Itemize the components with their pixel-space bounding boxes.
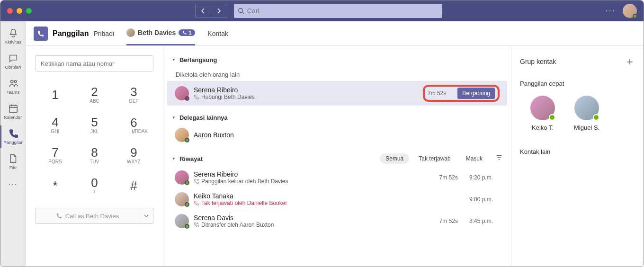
phone-icon: [194, 94, 199, 100]
avatar-icon: [530, 96, 555, 120]
key-2[interactable]: 2ABC: [75, 79, 114, 109]
avatar-icon: [574, 96, 599, 120]
other-contacts-title: Kontak lain: [520, 148, 635, 155]
rail-activity[interactable]: Aktivitas: [0, 25, 26, 47]
section-ongoing[interactable]: ▼ Berlangsung: [167, 53, 507, 66]
filter-button[interactable]: [496, 154, 502, 163]
contact-groups-title: Grup kontak: [520, 58, 556, 65]
search-icon: [238, 8, 244, 14]
key-star[interactable]: *: [36, 170, 75, 200]
phone-icon: [182, 30, 187, 35]
dialpad: 1 2ABC 3DEF 4GHI 5JKL 6MTIDAK 7PQRS 8TUV…: [36, 79, 153, 200]
search-input[interactable]: [247, 7, 438, 15]
avatar-icon: [175, 214, 189, 228]
filter-all[interactable]: Semua: [380, 153, 409, 164]
filter-icon: [496, 154, 502, 161]
phone-icon: [9, 128, 19, 139]
filter-incoming[interactable]: Masuk: [460, 153, 488, 164]
avatar-icon: [126, 28, 135, 37]
rail-chat[interactable]: Obrolan: [0, 50, 26, 72]
key-9[interactable]: 9WXYZ: [114, 140, 153, 170]
tab-beth-davies[interactable]: Beth Davies 1: [126, 21, 195, 45]
tab-personal[interactable]: Pribadi: [93, 23, 114, 44]
svg-rect-3: [9, 106, 17, 113]
app-rail: Aktivitas Obrolan Teams Kalender Panggil…: [0, 21, 26, 267]
search-bar[interactable]: [234, 4, 442, 18]
speed-dial-title: Panggilan cepat: [520, 80, 635, 87]
callout-highlight: 7m 52s Bergabung: [423, 85, 500, 102]
chevron-down-icon: [144, 214, 149, 218]
rail-calls[interactable]: Panggilan: [0, 125, 26, 148]
contacts-panel: Grup kontak ＋ Panggilan cepat Keiko T. M…: [511, 46, 644, 267]
key-5[interactable]: 5JKL: [75, 109, 114, 140]
history-row[interactable]: Serena Ribeiro Panggilan keluar oleh Bet…: [167, 167, 507, 188]
calendar-icon: [8, 103, 18, 114]
filter-missed[interactable]: Tak terjawab: [413, 153, 456, 164]
avatar-icon: [175, 86, 189, 100]
chevron-down-icon: ▼: [172, 58, 176, 62]
call-as-dropdown[interactable]: [139, 208, 153, 224]
delegate-row[interactable]: Aaron Buxton: [167, 124, 507, 146]
speed-dial-contact[interactable]: Keiko T.: [530, 96, 555, 131]
window-controls[interactable]: [7, 8, 32, 14]
svg-point-1: [10, 80, 13, 83]
key-6[interactable]: 6MTIDAK: [114, 109, 153, 140]
chat-icon: [8, 53, 18, 63]
key-0[interactable]: 0+: [75, 170, 114, 200]
join-button[interactable]: Bergabung: [457, 88, 495, 99]
nav-back-button[interactable]: [195, 4, 211, 18]
history-row[interactable]: Serena Davis Ditransfer oleh Aaron Buxto…: [167, 210, 507, 232]
bell-icon: [8, 28, 18, 38]
more-button[interactable]: ···: [606, 7, 616, 15]
missed-call-icon: [194, 200, 199, 206]
calls-app-icon: [34, 27, 48, 41]
avatar-icon: [175, 128, 189, 142]
rail-files[interactable]: File: [0, 151, 26, 173]
key-4[interactable]: 4GHI: [36, 109, 75, 140]
file-icon: [8, 153, 18, 164]
chevron-down-icon: ▼: [172, 116, 176, 120]
avatar-icon: [175, 170, 189, 185]
svg-point-2: [14, 80, 17, 83]
page-title: Panggilan: [53, 29, 89, 38]
nav-forward-button[interactable]: [211, 4, 227, 18]
section-delegates[interactable]: ▼ Delegasi lainnya: [167, 111, 507, 124]
rail-more[interactable]: ···: [0, 178, 26, 192]
chevron-down-icon: ▼: [172, 157, 176, 161]
phone-icon: [56, 213, 63, 219]
avatar-icon: [175, 192, 189, 206]
teams-icon: [8, 78, 18, 89]
outgoing-call-icon: [194, 178, 199, 184]
managed-by-label: Dikelola oleh orang lain: [167, 66, 507, 81]
call-count-badge: 1: [179, 29, 195, 36]
rail-calendar[interactable]: Kalender: [0, 100, 26, 123]
key-8[interactable]: 8TUV: [75, 140, 114, 170]
dialpad-panel: 1 2ABC 3DEF 4GHI 5JKL 6MTIDAK 7PQRS 8TUV…: [26, 46, 163, 267]
calls-header: Panggilan Pribadi Beth Davies 1 Kontak: [26, 21, 644, 46]
profile-avatar[interactable]: [623, 4, 637, 18]
add-group-button[interactable]: ＋: [625, 54, 635, 69]
section-history[interactable]: ▼ Riwayat: [172, 155, 376, 162]
call-as-button[interactable]: Call as Beth Davies: [36, 208, 139, 224]
key-1[interactable]: 1: [36, 79, 75, 109]
key-3[interactable]: 3DEF: [114, 79, 153, 109]
rail-teams[interactable]: Teams: [0, 75, 26, 98]
tab-contacts[interactable]: Kontak: [207, 23, 228, 44]
ongoing-call-row[interactable]: Serena Ribeiro Hubungi Beth Davies 7m 52…: [167, 81, 507, 106]
key-7[interactable]: 7PQRS: [36, 140, 75, 170]
transferred-call-icon: [194, 222, 199, 228]
speed-dial-contact[interactable]: Miguel S.: [574, 96, 599, 131]
history-row[interactable]: Keiko Tanaka Tak terjawab oleh Danielle …: [167, 188, 507, 210]
call-list: ▼ Berlangsung Dikelola oleh orang lain S…: [163, 46, 511, 267]
dial-input[interactable]: [36, 55, 153, 71]
key-hash[interactable]: #: [114, 170, 153, 200]
svg-point-0: [239, 9, 243, 13]
